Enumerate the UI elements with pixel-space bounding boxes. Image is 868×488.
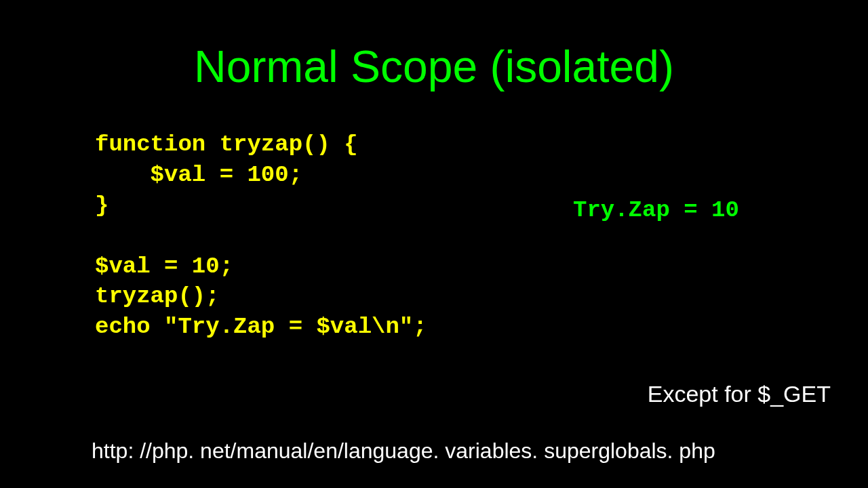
content-area: function tryzap() { $val = 100; } $val =… [0, 129, 868, 342]
note-text: Except for $_GET [648, 381, 831, 407]
output-text: Try.Zap = 10 [573, 197, 739, 223]
code-block: function tryzap() { $val = 100; } $val =… [95, 129, 868, 342]
slide-title: Normal Scope (isolated) [0, 41, 868, 92]
reference-url: http: //php. net/manual/en/language. var… [92, 439, 715, 464]
